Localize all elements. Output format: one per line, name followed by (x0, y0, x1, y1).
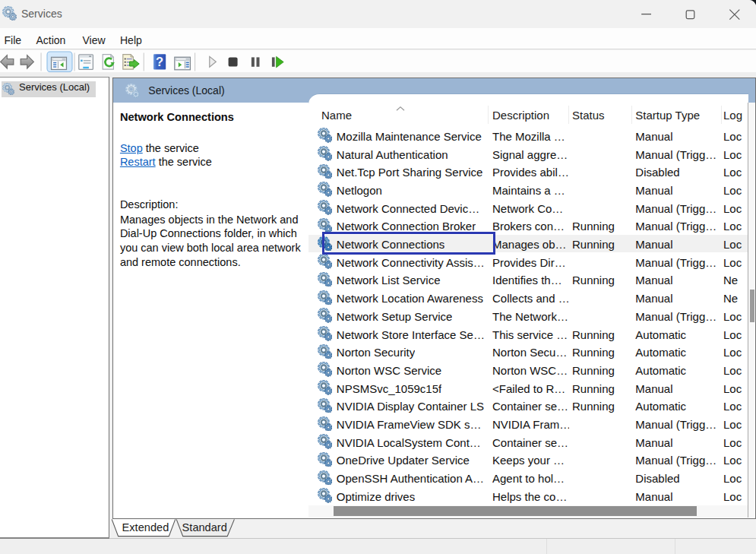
svg-text:?: ? (156, 55, 163, 68)
